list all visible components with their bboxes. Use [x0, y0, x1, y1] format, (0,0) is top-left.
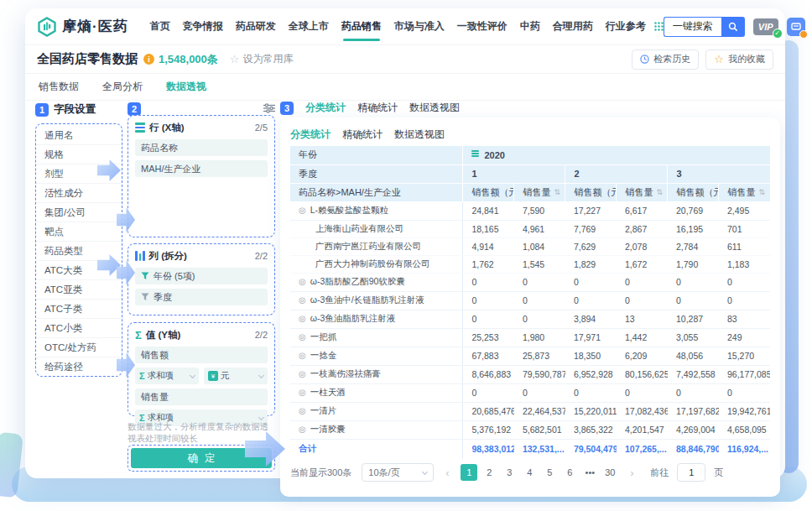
search-history-button[interactable]: 检索历史 [632, 50, 699, 70]
table-row[interactable]: 广西南宁邕江药业有限公司4,9141,0847,6292,0782,784611 [290, 237, 770, 255]
goto-page-input[interactable] [677, 463, 705, 482]
field-item[interactable]: ATC小类 [36, 319, 122, 338]
table-row[interactable]: ◎ω-3鱼油脂肪乳注射液003,8941310,28783 [290, 310, 770, 328]
field-item[interactable]: 活性成分 [36, 184, 122, 203]
table-row[interactable]: ◎一清胶囊5,376,1925,682,5013,865,3224,201,54… [290, 420, 770, 439]
page-button[interactable]: 3 [501, 464, 518, 481]
value-cell: 4,201,547 [617, 420, 668, 439]
nav-item[interactable]: 竞争情报 [183, 8, 223, 44]
field-item[interactable]: 规格 [36, 145, 122, 164]
table-row[interactable]: 广西大力神制药股份有限公司1,7621,5451,8291,6721,7901,… [290, 255, 770, 273]
metric-sort[interactable]: 销售量⇅ [625, 186, 667, 199]
view-tab[interactable]: 销售数据 [39, 80, 79, 94]
page-button[interactable]: 4 [521, 464, 538, 481]
nav-item[interactable]: 市场与准入 [394, 8, 445, 44]
field-item[interactable]: 通用名 [36, 126, 122, 145]
field-item[interactable]: OTC/处方药 [36, 338, 122, 357]
sort-icon[interactable]: ⇅ [554, 188, 560, 196]
page-button[interactable]: 6 [561, 464, 578, 481]
search-button[interactable] [721, 17, 745, 37]
page-button[interactable]: ••• [581, 464, 598, 481]
stat-tab[interactable]: 精确统计 [357, 101, 398, 115]
expand-icon[interactable]: ◎ [299, 332, 306, 342]
table-row[interactable]: ◎ω-3脂肪酸乙酯90软胶囊000000 [290, 273, 770, 291]
funnel-icon [141, 293, 149, 301]
pagination-summary: 当前显示300条 [290, 467, 351, 479]
metric-sort[interactable]: 销售量⇅ [727, 186, 770, 199]
next-page-button[interactable]: › [623, 464, 640, 481]
table-row[interactable]: ◎一柱天酒000000 [290, 383, 770, 402]
quick-search[interactable]: 一键搜索 [664, 17, 745, 37]
sort-icon[interactable]: ⇅ [656, 188, 663, 196]
value-cell: 15,220,011 [565, 402, 617, 420]
field-item[interactable]: ATC子类 [36, 300, 122, 319]
apps-grid-icon[interactable] [654, 22, 664, 31]
nav-item[interactable]: 首页 [150, 8, 170, 44]
view-tab[interactable]: 数据透视 [166, 80, 206, 94]
table-row[interactable]: ◎L-赖氨酸盐酸盐颗粒24,8417,59017,2276,61720,7692… [290, 201, 770, 220]
page-button[interactable]: 1 [461, 464, 477, 481]
page-button[interactable]: 30 [601, 464, 618, 481]
value-cell: 17,197,682 [668, 402, 719, 420]
page-button[interactable]: 5 [541, 464, 558, 481]
table-row[interactable]: ◎一捻金67,88325,87318,3506,20948,05615,270 [290, 347, 770, 365]
field-item[interactable]: 靶点 [36, 222, 122, 242]
field-item[interactable]: 药品类型 [36, 242, 122, 261]
view-tab[interactable]: 全局分析 [102, 80, 143, 94]
col-field-pill[interactable]: 年份 (5项) [135, 268, 268, 284]
row-field-pill[interactable]: 药品名称 [135, 139, 268, 156]
stat-tab[interactable]: 分类统计 [290, 128, 331, 142]
metric-label: 销售量 [625, 186, 653, 199]
nav-item[interactable]: 全球上市 [289, 8, 329, 44]
info-icon[interactable]: i [143, 54, 154, 65]
metric-sort[interactable]: 销售额（元）⇅ [471, 186, 513, 199]
metric-sort[interactable]: 销售额（元）⇅ [676, 186, 718, 199]
year-value-cell[interactable]: 2020 [463, 146, 770, 164]
table-row[interactable]: ◎一枝蒿伤湿祛痛膏8,646,88379,590,7876,952,92880,… [290, 365, 770, 383]
row-field-pill[interactable]: MAH/生产企业 [135, 160, 268, 177]
my-favorites-button[interactable]: ☆ 我的收藏 [705, 50, 773, 70]
nav-item[interactable]: 一致性评价 [457, 8, 508, 44]
field-item[interactable]: ATC亚类 [36, 280, 122, 300]
expand-icon[interactable]: ◎ [299, 295, 306, 305]
expand-icon[interactable]: ◎ [299, 206, 306, 215]
col-field-pill[interactable]: 季度 [135, 289, 268, 305]
sort-icon[interactable]: ⇅ [758, 188, 765, 196]
table-row[interactable]: ◎ω-3鱼油中/长链脂肪乳注射液000000 [290, 291, 770, 310]
expand-icon[interactable]: ◎ [299, 351, 306, 360]
nav-item[interactable]: 药品销售 [341, 8, 382, 44]
expand-icon[interactable]: ◎ [299, 369, 306, 378]
metric-sort[interactable]: 销售量⇅ [523, 186, 565, 199]
set-common-library[interactable]: ☆ 设为常用库 [230, 52, 294, 66]
stat-tab[interactable]: 分类统计 [305, 101, 346, 115]
table-row[interactable]: ◎一清片20,685,47622,464,53715,220,01117,082… [290, 402, 770, 420]
app-logo[interactable]: 摩熵·医药 [37, 17, 128, 37]
field-item[interactable]: 集团/公司 [36, 203, 122, 222]
table-row[interactable]: ◎一把抓25,2531,98017,9711,4423,055249 [290, 328, 770, 347]
nav-item[interactable]: 行业参考 [606, 8, 646, 44]
expand-icon[interactable]: ◎ [299, 314, 306, 323]
page-size-select[interactable]: 10条/页 [362, 463, 434, 482]
prev-page-button[interactable]: ‹ [439, 464, 455, 481]
value-cell: 2,495 [719, 201, 770, 220]
expand-icon[interactable]: ◎ [299, 388, 306, 397]
value-field-pill[interactable]: 销售额 [135, 347, 268, 363]
page-button[interactable]: 2 [481, 464, 497, 481]
stat-tab[interactable]: 数据透视图 [394, 128, 445, 142]
nav-item[interactable]: 药品研发 [236, 8, 276, 44]
expand-icon[interactable]: ◎ [299, 425, 306, 434]
table-row[interactable]: 上海衡山药业有限公司18,1654,9617,7692,86716,195701 [290, 220, 770, 237]
stat-tab[interactable]: 精确统计 [342, 128, 383, 142]
value-field-pill[interactable]: 销售量 [135, 388, 268, 405]
nav-item[interactable]: 中药 [520, 8, 540, 44]
message-icon[interactable] [787, 18, 805, 36]
aggregate-select[interactable]: Σ求和项 [135, 368, 199, 384]
expand-icon[interactable]: ◎ [299, 277, 306, 286]
unit-select[interactable]: ¥元 [204, 368, 268, 384]
vip-badge[interactable]: VIP ✓ [753, 18, 778, 35]
nav-item[interactable]: 合理用药 [553, 8, 593, 44]
stat-tab[interactable]: 数据透视图 [409, 101, 460, 115]
expand-icon[interactable]: ◎ [299, 406, 306, 415]
metric-sort[interactable]: 销售额（元）⇅ [574, 186, 616, 199]
field-item[interactable]: 给药途径 [36, 357, 122, 377]
